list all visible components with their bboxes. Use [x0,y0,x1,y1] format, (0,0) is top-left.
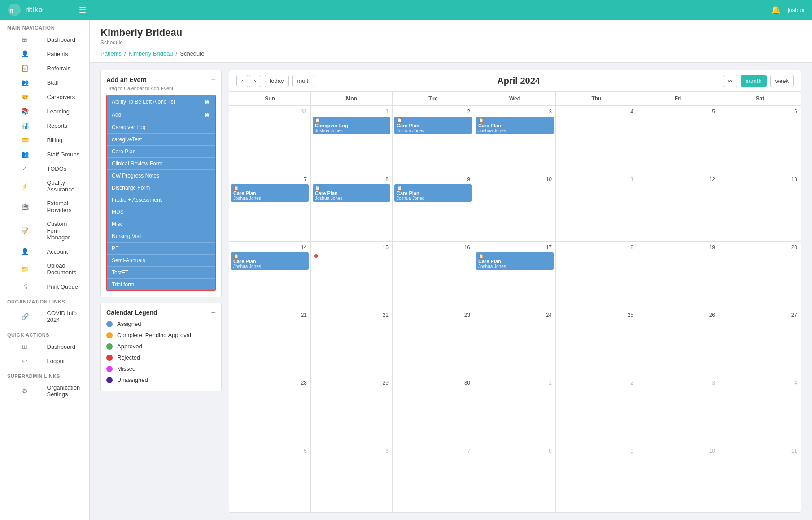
event-item-intake[interactable]: Intake + Assessment [107,194,215,206]
breadcrumb-patient-name[interactable]: Kimberly Brideau [129,50,173,57]
cal-cell-may6[interactable]: 6 [311,445,393,512]
sidebar-item-reports[interactable]: 📊Reports [0,118,89,133]
sidebar-item-logout[interactable]: ↩Logout [0,354,89,368]
calendar-today-button[interactable]: today [265,75,289,87]
cal-cell-apr4[interactable]: 4 [556,106,637,173]
sidebar-item-staff[interactable]: 👥Staff [0,75,89,90]
cal-cell-may7[interactable]: 7 [393,445,474,512]
cal-cell-apr25[interactable]: 25 [556,309,637,377]
breadcrumb-patients[interactable]: Patients [100,50,122,57]
event-item-cw-progress[interactable]: CW Progress Notes [107,170,215,182]
event-item-clinical-review[interactable]: Clinical Review Form [107,158,215,170]
cal-cell-apr5[interactable]: 5 [637,106,719,173]
cal-cell-apr12[interactable]: 12 [637,173,719,241]
event-item-pe[interactable]: PE [107,243,215,255]
sidebar-item-external-providers[interactable]: 🏥External Providers [0,196,89,217]
cal-cell-apr14[interactable]: 14📋Care PlanJoshua Jones [229,242,311,309]
calendar-prev-button[interactable]: ‹ [236,75,248,87]
cal-cell-apr18[interactable]: 18 [556,242,637,309]
cal-cell-apr16[interactable]: 16 [393,242,474,309]
cal-event-apr3-care-plan[interactable]: 📋Care PlanJoshua Jones [476,117,554,134]
cal-cell-apr21[interactable]: 21 [229,309,311,377]
legend-collapse-button[interactable]: − [211,308,216,316]
cal-event-apr8-care-plan[interactable]: 📋Care PlanJoshua Jones [313,184,390,202]
cal-cell-apr3[interactable]: 3📋Care PlanJoshua Jones [474,106,556,173]
event-item-testet[interactable]: TestET [107,267,215,279]
sidebar-item-quality-assurance[interactable]: ⚡Quality Assurance [0,176,89,196]
cal-cell-apr2[interactable]: 2📋Care PlanJoshua Jones [393,106,474,173]
cal-event-apr1-caregiver-log[interactable]: 📋Caregiver LogJoshua Jones [313,117,390,134]
cal-cell-may4[interactable]: 4 [719,377,801,444]
event-item-discharge[interactable]: Discharge Form [107,182,215,194]
sidebar-item-learning[interactable]: 📚Learning [0,104,89,118]
cal-event-apr9-care-plan[interactable]: 📋Care PlanJoshua Jones [394,184,472,202]
sidebar-item-covid-info[interactable]: 🔗COVID Info 2024 [0,306,89,327]
cal-cell-apr13[interactable]: 13 [719,173,801,241]
cal-cell-apr19[interactable]: 19 [637,242,719,309]
event-item-add[interactable]: Add 🖥 [107,108,215,121]
event-item-caregiver-log[interactable]: Caregiver Log [107,121,215,134]
cal-cell-apr20[interactable]: 20 [719,242,801,309]
cal-event-apr7-care-plan[interactable]: 📋Care PlanJoshua Jones [231,184,309,202]
sidebar-item-todos[interactable]: ✓TODOs [0,161,89,176]
cal-cell-apr24[interactable]: 24 [474,309,556,377]
cal-cell-apr1[interactable]: 1📋Caregiver LogJoshua Jones [311,106,393,173]
event-item-nursing[interactable]: Nursing Visit [107,230,215,243]
sidebar-item-custom-form-manager[interactable]: 📝Custom Form Manager [0,217,89,244]
cal-cell-apr7[interactable]: 7📋Care PlanJoshua Jones [229,173,311,241]
hamburger-icon[interactable]: ☰ [79,5,86,15]
cal-event-apr17-care-plan[interactable]: 📋Care PlanJoshua Jones [476,252,554,270]
calendar-week-view-button[interactable]: week [770,75,794,87]
cal-cell-apr26[interactable]: 26 [637,309,719,377]
sidebar-item-patients[interactable]: 👤Patients [0,47,89,61]
cal-cell-apr10[interactable]: 10 [474,173,556,241]
sidebar-item-qa-dashboard[interactable]: ⊞Dashboard [0,339,89,354]
cal-cell-may9[interactable]: 9 [556,445,637,512]
cal-cell-apr17[interactable]: 17📋Care PlanJoshua Jones [474,242,556,309]
cal-cell-may10[interactable]: 10 [637,445,719,512]
cal-cell-mar31[interactable]: 31 [229,106,311,173]
event-item-semi-annuals[interactable]: Semi-Annuals [107,255,215,267]
cal-cell-apr22[interactable]: 22 [311,309,393,377]
event-item-misc[interactable]: Misc [107,218,215,230]
sidebar-item-caregivers[interactable]: 🤝Caregivers [0,90,89,104]
sidebar-item-account[interactable]: 👤Account [0,244,89,259]
calendar-next-button[interactable]: › [249,75,261,87]
cal-cell-apr6[interactable]: 6 [719,106,801,173]
event-item-caregivetest[interactable]: caregiveTest [107,134,215,146]
sidebar-item-dashboard[interactable]: ⊞Dashboard [0,32,89,47]
event-item-care-plan[interactable]: Care Plan [107,146,215,158]
cal-event-apr14-care-plan[interactable]: 📋Care PlanJoshua Jones [231,252,309,270]
sidebar-item-staff-groups[interactable]: 👥Staff Groups [0,147,89,161]
cal-cell-apr15[interactable]: 15 [311,242,393,309]
notification-bell-icon[interactable]: 🔔 [771,5,781,15]
sidebar-item-org-settings[interactable]: ⚙Organization Settings [0,381,89,401]
sidebar-item-upload-documents[interactable]: 📁Upload Documents [0,259,89,279]
cal-cell-may1[interactable]: 1 [474,377,556,444]
calendar-multi-button[interactable]: multi [292,75,314,87]
event-item-mds[interactable]: MDS [107,206,215,218]
cal-cell-apr8[interactable]: 8📋Care PlanJoshua Jones [311,173,393,241]
sidebar-item-referrals[interactable]: 📋Referrals [0,61,89,75]
cal-cell-apr28[interactable]: 28 [229,377,311,444]
add-event-collapse-button[interactable]: − [211,76,216,84]
cal-cell-may2[interactable]: 2 [556,377,637,444]
cal-event-apr2-care-plan[interactable]: 📋Care PlanJoshua Jones [394,117,472,134]
cal-cell-may8[interactable]: 8 [474,445,556,512]
cal-cell-apr29[interactable]: 29 [311,377,393,444]
sidebar-item-billing[interactable]: 💳Billing [0,133,89,147]
cal-cell-may11[interactable]: 11 [719,445,801,512]
cal-cell-apr11[interactable]: 11 [556,173,637,241]
cal-cell-may5[interactable]: 5 [229,445,311,512]
calendar-infinity-button[interactable]: ∞ [723,75,737,87]
cal-cell-apr30[interactable]: 30 [393,377,474,444]
event-item-trial-form[interactable]: Trial form [107,279,215,290]
cal-cell-may3[interactable]: 3 [637,377,719,444]
legend-missed: Missed [106,363,216,374]
cal-cell-apr27[interactable]: 27 [719,309,801,377]
event-item-ability[interactable]: Ability To Be Left Alone Tst 🖥 [107,95,215,108]
calendar-month-view-button[interactable]: month [741,75,767,87]
sidebar-item-print-queue[interactable]: 🖨Print Queue [0,279,89,294]
cal-cell-apr9[interactable]: 9📋Care PlanJoshua Jones [393,173,474,241]
cal-cell-apr23[interactable]: 23 [393,309,474,377]
